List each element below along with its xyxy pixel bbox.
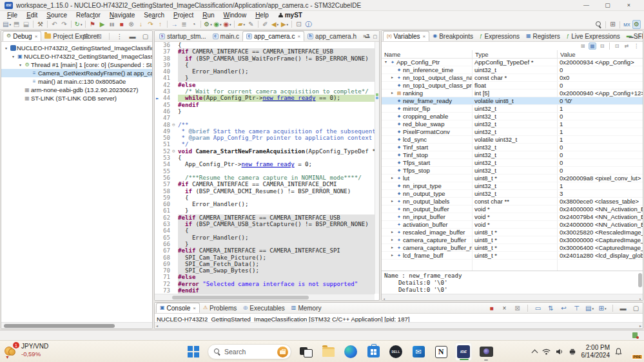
terminate-icon[interactable]: ■ bbox=[117, 20, 126, 29]
scroll-right-icon[interactable]: ▸ bbox=[639, 295, 641, 301]
line-number[interactable]: 41 bbox=[160, 75, 172, 81]
show-type-names-icon[interactable]: ⊞ bbox=[579, 43, 587, 50]
debug-tree-row[interactable]: ≡Camera_GetNextReadyFrame() at app_camer… bbox=[1, 69, 152, 77]
close-icon[interactable]: × bbox=[35, 33, 38, 39]
step-over-icon[interactable]: ↷ bbox=[146, 20, 155, 29]
volume-icon[interactable] bbox=[556, 348, 563, 355]
code-line[interactable]: 70 SPI_Cam_Swap_Bytes(); bbox=[155, 267, 375, 274]
editor-horizontal-scrollbar[interactable] bbox=[155, 294, 375, 300]
line-number[interactable]: 71 bbox=[160, 274, 172, 280]
debug-tree-row[interactable]: ▾NUCLEO-H743ZI2_GettingStarted_ImageClas… bbox=[1, 44, 152, 52]
code-line[interactable]: 56 /***Resume the camera capture in NOMI… bbox=[155, 175, 375, 181]
line-number[interactable]: 58 bbox=[160, 188, 172, 195]
taskbar-dell-button[interactable]: DELL bbox=[387, 343, 404, 361]
menu-project[interactable]: Project bbox=[169, 12, 198, 19]
variable-row[interactable]: ◆new_frame_readyvolatile uint8_t0 '\0' bbox=[382, 97, 643, 105]
line-number[interactable]: 65 bbox=[160, 234, 172, 241]
gutter[interactable] bbox=[155, 195, 160, 201]
editor-tab-startup-stm-[interactable]: sstartup_stm... bbox=[156, 31, 210, 41]
variables-tab-variables[interactable]: (x)Variables× bbox=[383, 31, 429, 41]
code-line[interactable]: 64 { bbox=[155, 227, 375, 234]
taskbar-camera-button[interactable] bbox=[478, 343, 494, 361]
gutter[interactable] bbox=[155, 214, 160, 221]
line-number[interactable]: 64 bbox=[160, 227, 172, 234]
show-logical-structure-icon[interactable]: ▦ bbox=[589, 43, 596, 50]
editor-tab-app-camera-c[interactable]: capp_camera.c× bbox=[242, 31, 304, 41]
variable-row[interactable]: ◆mirror_flipuint32_t1 bbox=[382, 105, 643, 113]
taskbar-widget[interactable]: 1 ▼ JPY/VND -0,59% bbox=[4, 343, 48, 358]
variable-row[interactable]: ◆Tfps_stopuint32_t0 bbox=[382, 167, 643, 175]
gutter[interactable] bbox=[155, 135, 160, 141]
variable-row[interactable]: ◆nn_inference_timeuint32_t0 bbox=[382, 66, 643, 74]
gutter[interactable] bbox=[155, 261, 160, 267]
line-number[interactable]: 67 bbox=[160, 247, 172, 254]
variable-row[interactable]: ✦nn_output_buffervoid *0x24000000 <NN_Ac… bbox=[382, 205, 643, 213]
line-number[interactable]: 66 bbox=[160, 241, 172, 247]
menu-window[interactable]: Window bbox=[219, 12, 251, 19]
terminate-icon[interactable]: ■ bbox=[487, 304, 496, 313]
variable-row[interactable]: ◆cropping_enableuint32_t0 bbox=[382, 113, 643, 120]
gutter[interactable] bbox=[155, 188, 160, 195]
variable-row[interactable]: ◆Tfps_startuint32_t0 bbox=[382, 159, 643, 167]
scroll-left-icon[interactable]: ◂ bbox=[156, 323, 158, 328]
line-number[interactable]: 42 bbox=[160, 82, 172, 88]
line-number[interactable]: 38 bbox=[160, 55, 172, 62]
debug-perspective-icon[interactable]: ⚙ bbox=[632, 20, 641, 29]
line-number[interactable]: 73 bbox=[160, 287, 172, 294]
gutter[interactable] bbox=[155, 148, 160, 155]
expander-icon[interactable]: ▸ bbox=[389, 244, 395, 251]
close-icon[interactable]: × bbox=[193, 305, 196, 311]
line-number[interactable]: 60 bbox=[160, 201, 172, 207]
refresh-icon[interactable]: ↻▾ bbox=[74, 20, 83, 29]
gutter[interactable] bbox=[155, 287, 160, 294]
debug-tree-row[interactable]: ▦ST-LINK (ST-LINK GDB server) bbox=[1, 94, 152, 102]
run-icon[interactable]: ◉▾ bbox=[213, 20, 222, 29]
code-line[interactable]: 45#endif bbox=[155, 102, 375, 108]
line-number[interactable]: 52 bbox=[160, 148, 172, 155]
detail-vertical-scrollbar[interactable] bbox=[638, 273, 642, 287]
fold-collapse-icon[interactable]: ⊖ bbox=[172, 122, 178, 128]
taskbar-store-button[interactable] bbox=[365, 343, 382, 361]
debug-tree-row[interactable]: ▦arm-none-eabi-gdb (13.2.90.20230627) bbox=[1, 86, 152, 94]
step-into-icon[interactable]: ↓ bbox=[137, 20, 145, 29]
variable-row[interactable]: ▸▤rankingint [5]0x20000940 <App_Config+1… bbox=[382, 90, 643, 97]
taskbar-file-explorer-button[interactable] bbox=[320, 343, 337, 361]
gutter[interactable] bbox=[155, 55, 160, 62]
run-to-line-icon[interactable]: → bbox=[170, 20, 179, 29]
debug-horizontal-scrollbar[interactable] bbox=[1, 322, 152, 329]
menu-refactor[interactable]: Refactor bbox=[72, 12, 105, 19]
line-number[interactable]: 56 bbox=[160, 175, 172, 181]
wifi-icon[interactable] bbox=[542, 348, 551, 355]
line-number[interactable]: 72 bbox=[160, 281, 172, 287]
variable-row[interactable]: ▸✦nn_top1_output_class_nameconst char *0… bbox=[382, 74, 643, 82]
display-selected-console-icon[interactable]: ▤▾ bbox=[585, 304, 594, 313]
code-line[interactable]: 58 if (BSP_CAMERA_DCMI_Resume() != BSP_E… bbox=[155, 188, 375, 195]
scroll-lock-icon[interactable]: ⇅ bbox=[547, 304, 555, 313]
remove-all-terminated-icon[interactable]: ⊠ bbox=[513, 304, 522, 313]
collapse-all-icon[interactable]: ⊟ bbox=[82, 32, 90, 41]
variable-row[interactable]: ▾✦App_Config_PtrAppConfig_TypeDef *0x200… bbox=[382, 59, 643, 66]
taskbar-task-view-button[interactable] bbox=[297, 343, 314, 361]
build-icon[interactable]: ⚒ bbox=[36, 20, 44, 29]
minimize-icon[interactable]: ▬ bbox=[629, 34, 633, 39]
gutter[interactable] bbox=[155, 274, 160, 280]
variable-row[interactable]: ▸✦lcd_frame_buffuint8_t *0x2401a280 <lcd… bbox=[382, 252, 643, 260]
overview-annotation-current-line[interactable] bbox=[376, 93, 378, 96]
line-number[interactable]: 39 bbox=[160, 62, 172, 68]
variable-row[interactable]: ✦activation_buffervoid *0x24000000 <NN_A… bbox=[382, 221, 643, 229]
variable-row[interactable]: ◆red_blue_swapuint32_t1 bbox=[382, 120, 643, 128]
code-line[interactable]: 49 * @brief Start the camera acquisition… bbox=[155, 128, 375, 135]
line-number[interactable]: 50 bbox=[160, 135, 172, 141]
gutter[interactable] bbox=[155, 247, 160, 254]
code-line[interactable]: 53{ bbox=[155, 155, 375, 161]
taskbar-notion-button[interactable]: N bbox=[433, 343, 449, 361]
device-configuration-perspective-icon[interactable]: MX bbox=[623, 20, 631, 29]
scroll-right-icon[interactable]: ▸ bbox=[639, 323, 641, 328]
code-line[interactable]: 52⊖void Camera_StartNewFrameAcquisition(… bbox=[155, 148, 375, 155]
taskbar-outlook-button[interactable]: ✉ bbox=[410, 343, 427, 361]
code-line[interactable]: 65 Error_Handler(); bbox=[155, 234, 375, 241]
code-line[interactable]: 51 */ bbox=[155, 141, 375, 148]
code-line[interactable]: 48⊖/** bbox=[155, 122, 375, 128]
minimize-icon[interactable]: ▬ bbox=[128, 32, 137, 41]
code-line[interactable]: 36{ bbox=[155, 42, 375, 48]
